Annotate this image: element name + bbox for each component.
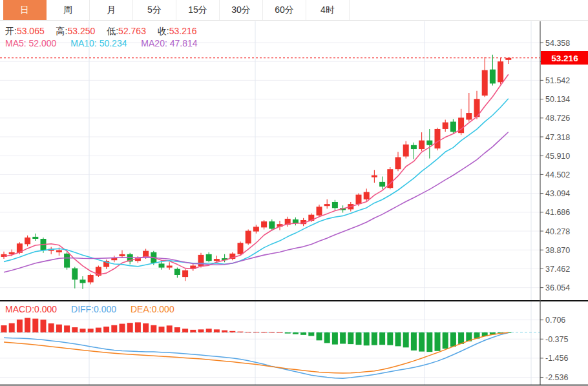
macd-histogram <box>1 318 512 352</box>
tab-日[interactable]: 日 <box>3 0 47 20</box>
svg-text:-2.536: -2.536 <box>545 373 568 382</box>
open-value: 53.065 <box>17 26 45 36</box>
svg-text:53.216: 53.216 <box>551 54 578 63</box>
svg-text:0.706: 0.706 <box>545 316 565 325</box>
tab-月[interactable]: 月 <box>90 0 133 20</box>
macd-legend: MACD:0.000 DIFF:0.000 DEA:0.000 <box>5 304 186 314</box>
tab-4时[interactable]: 4时 <box>306 0 350 20</box>
dea-value-legend: DEA:0.000 <box>131 304 174 314</box>
tab-15分[interactable]: 15分 <box>176 0 220 20</box>
svg-text:-0.375: -0.375 <box>545 335 568 344</box>
current-price-badge: 53.216 <box>541 51 588 65</box>
price-axis: 54.35852.95051.54250.13448.72647.31845.9… <box>540 21 570 385</box>
svg-text:37.462: 37.462 <box>545 265 570 274</box>
open-label: 开: <box>5 26 17 36</box>
svg-text:40.278: 40.278 <box>545 227 570 236</box>
svg-text:48.726: 48.726 <box>545 114 570 123</box>
svg-text:-1.456: -1.456 <box>545 354 568 363</box>
tab-周[interactable]: 周 <box>47 0 90 20</box>
svg-text:41.686: 41.686 <box>545 208 570 217</box>
svg-text:45.910: 45.910 <box>545 152 570 161</box>
chart-canvas[interactable]: 54.35852.95051.54250.13448.72647.31845.9… <box>0 0 588 386</box>
kline-app: 日周月5分15分30分60分4时 54.35852.95051.54250.13… <box>0 0 588 386</box>
svg-text:38.870: 38.870 <box>545 246 570 255</box>
ma20-legend: MA20: 47.814 <box>141 38 197 48</box>
ohlc-legend: 开:53.065 高:53.250 低:52.763 收:53.216 <box>5 26 206 37</box>
candles-layer <box>1 55 512 289</box>
close-value: 53.216 <box>169 26 197 36</box>
ma10-legend: MA10: 50.234 <box>70 38 127 48</box>
svg-text:36.054: 36.054 <box>545 283 570 292</box>
tab-5分[interactable]: 5分 <box>133 0 176 20</box>
ma5-legend: MA5: 52.000 <box>5 38 56 48</box>
low-value: 52.763 <box>118 26 146 36</box>
diff-value-legend: DIFF:0.000 <box>71 304 116 314</box>
svg-text:51.542: 51.542 <box>545 76 570 85</box>
macd-value-legend: MACD:0.000 <box>5 304 57 314</box>
ma20-line <box>4 132 509 272</box>
tab-30分[interactable]: 30分 <box>220 0 263 20</box>
svg-text:47.318: 47.318 <box>545 133 570 142</box>
close-label: 收: <box>158 26 169 36</box>
svg-text:50.134: 50.134 <box>545 95 570 104</box>
dea-line <box>4 332 509 373</box>
tab-60分[interactable]: 60分 <box>263 0 306 20</box>
diff-line <box>4 333 509 379</box>
svg-text:44.502: 44.502 <box>545 170 570 179</box>
svg-text:43.094: 43.094 <box>545 189 570 198</box>
high-value: 53.250 <box>68 26 96 36</box>
high-label: 高: <box>56 26 68 36</box>
ma-legend: MA5: 52.000 MA10: 50.234 MA20: 47.814 <box>5 38 209 48</box>
interval-tab-bar: 日周月5分15分30分60分4时 <box>0 0 588 21</box>
ma10-line <box>4 99 509 267</box>
svg-text:54.358: 54.358 <box>545 39 570 48</box>
low-label: 低: <box>107 26 118 36</box>
